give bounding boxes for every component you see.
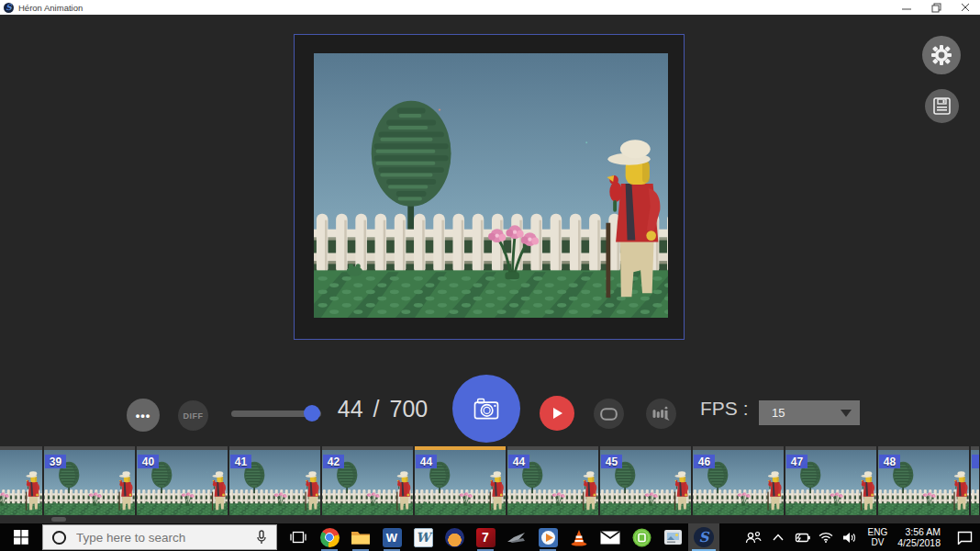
close-icon bbox=[961, 3, 970, 12]
total-frames-number: 700 bbox=[390, 396, 429, 422]
windows-taskbar: W W 7 bbox=[0, 523, 980, 551]
opacity-slider-thumb[interactable] bbox=[304, 405, 320, 422]
tray-date: 4/25/2018 bbox=[897, 537, 941, 548]
settings-button[interactable] bbox=[922, 36, 961, 74]
filmstrip-frame[interactable]: 40 bbox=[137, 446, 228, 515]
mail-icon bbox=[600, 531, 620, 545]
taskbar-mail[interactable] bbox=[595, 523, 626, 551]
taskbar-red-seven-app[interactable]: 7 bbox=[470, 523, 501, 551]
taskbar-gray-jet-app[interactable] bbox=[501, 523, 532, 551]
frame-number-badge: 42 bbox=[323, 455, 344, 468]
frame-thumbnail: 41 bbox=[229, 450, 320, 515]
folder-icon bbox=[351, 529, 371, 545]
headphones-app-icon bbox=[445, 528, 464, 547]
taskbar-vlc[interactable] bbox=[563, 523, 595, 551]
vlc-cone-icon bbox=[570, 529, 588, 546]
fps-dropdown[interactable]: 15 bbox=[759, 400, 860, 425]
filmstrip-frame[interactable]: 46 bbox=[693, 446, 784, 515]
filmstrip-frame[interactable]: 4 bbox=[971, 446, 979, 515]
play-button[interactable] bbox=[540, 396, 574, 431]
filmstrip-frame[interactable]: 42 bbox=[322, 446, 413, 515]
onion-skin-button[interactable] bbox=[646, 399, 676, 429]
restore-button[interactable] bbox=[921, 0, 951, 15]
language-indicator[interactable]: ENG DV bbox=[868, 527, 888, 547]
filmstrip-scrollbar-thumb[interactable] bbox=[51, 517, 66, 522]
filmstrip-frame[interactable]: 48 bbox=[878, 446, 969, 515]
frame-number-badge: 45 bbox=[601, 455, 622, 468]
current-frame-number: 44 bbox=[338, 396, 363, 422]
dropdown-arrow-icon bbox=[841, 410, 852, 417]
filmstrip-frame[interactable]: 39 bbox=[44, 446, 135, 515]
frame-thumbnail-image bbox=[0, 450, 42, 515]
taskbar-heron-animation[interactable]: S bbox=[688, 523, 719, 551]
windows-logo-icon bbox=[14, 530, 28, 545]
action-center-icon bbox=[957, 531, 973, 545]
frame-counter: 44 / 700 bbox=[327, 396, 439, 422]
diff-toggle-button[interactable]: DIFF bbox=[178, 400, 208, 431]
clock[interactable]: 3:56 AM 4/25/2018 bbox=[897, 526, 941, 548]
filmstrip: 394041424444454647484 bbox=[0, 446, 980, 515]
microphone-icon[interactable] bbox=[256, 530, 267, 545]
frame-thumbnail: 4 bbox=[971, 450, 979, 515]
filmstrip-frame[interactable] bbox=[0, 446, 42, 515]
green-circle-icon bbox=[632, 528, 651, 547]
play-badge-icon bbox=[539, 528, 558, 547]
start-button[interactable] bbox=[0, 523, 42, 551]
taskbar-green-circle-app[interactable] bbox=[626, 523, 657, 551]
tray-time: 3:56 AM bbox=[897, 526, 941, 537]
app-window: S Héron Animation bbox=[0, 0, 980, 551]
wifi-icon bbox=[819, 532, 833, 543]
filmstrip-frame[interactable]: 47 bbox=[785, 446, 876, 515]
gear-icon bbox=[930, 44, 952, 66]
preview-photo bbox=[314, 53, 668, 318]
wifi-status[interactable] bbox=[814, 523, 838, 551]
taskbar-file-explorer[interactable] bbox=[345, 523, 376, 551]
more-options-button[interactable]: ••• bbox=[127, 399, 160, 432]
system-tray: ENG DV 3:56 AM 4/25/2018 bbox=[741, 523, 980, 551]
loop-icon bbox=[600, 408, 618, 421]
fps-label: FPS : bbox=[700, 398, 749, 420]
taskbar-media-player[interactable] bbox=[532, 523, 563, 551]
filmstrip-frame[interactable]: 44 bbox=[507, 446, 598, 515]
taskbar-writer-app[interactable]: W bbox=[407, 523, 439, 551]
taskbar-search-box[interactable] bbox=[42, 524, 277, 550]
red-7-icon: 7 bbox=[476, 528, 496, 547]
battery-status[interactable] bbox=[790, 523, 814, 551]
action-center-button[interactable] bbox=[949, 523, 980, 551]
chevron-up-icon bbox=[773, 534, 784, 541]
frame-number-badge: 39 bbox=[45, 455, 66, 468]
volume-status[interactable] bbox=[838, 523, 862, 551]
counter-separator: / bbox=[373, 396, 380, 422]
minimize-button[interactable] bbox=[892, 0, 921, 15]
filmstrip-frame-current[interactable]: 44 bbox=[415, 446, 506, 515]
camera-icon bbox=[468, 390, 505, 427]
close-button[interactable] bbox=[951, 0, 980, 15]
title-bar: S Héron Animation bbox=[0, 0, 980, 16]
loop-playback-button[interactable] bbox=[594, 399, 624, 429]
restore-icon bbox=[931, 3, 941, 13]
taskbar-chrome[interactable] bbox=[314, 523, 345, 551]
people-button[interactable] bbox=[741, 523, 766, 551]
task-view-icon bbox=[290, 530, 306, 545]
taskbar-word[interactable]: W bbox=[376, 523, 407, 551]
language-line2: DV bbox=[868, 537, 888, 547]
floppy-disk-icon bbox=[933, 97, 951, 115]
photos-icon bbox=[663, 529, 683, 546]
taskbar-photos-app[interactable] bbox=[657, 523, 688, 551]
window-title: Héron Animation bbox=[18, 3, 83, 13]
frame-thumbnail: 42 bbox=[322, 450, 413, 515]
frame-thumbnail: 44 bbox=[415, 450, 506, 515]
filmstrip-frame[interactable]: 41 bbox=[229, 446, 320, 515]
taskbar-orange-circle-app[interactable] bbox=[439, 523, 470, 551]
filmstrip-frame[interactable]: 45 bbox=[600, 446, 691, 515]
capture-frame-button[interactable] bbox=[452, 375, 520, 443]
search-input[interactable] bbox=[72, 531, 256, 545]
save-button[interactable] bbox=[925, 89, 959, 123]
task-view-button[interactable] bbox=[283, 523, 314, 551]
hidden-icons-button[interactable] bbox=[766, 523, 790, 551]
cortana-icon bbox=[51, 530, 67, 545]
heron-icon: S bbox=[694, 527, 714, 547]
battery-icon bbox=[794, 533, 810, 543]
filmstrip-scrollbar[interactable] bbox=[0, 515, 980, 523]
jet-icon bbox=[507, 531, 527, 544]
